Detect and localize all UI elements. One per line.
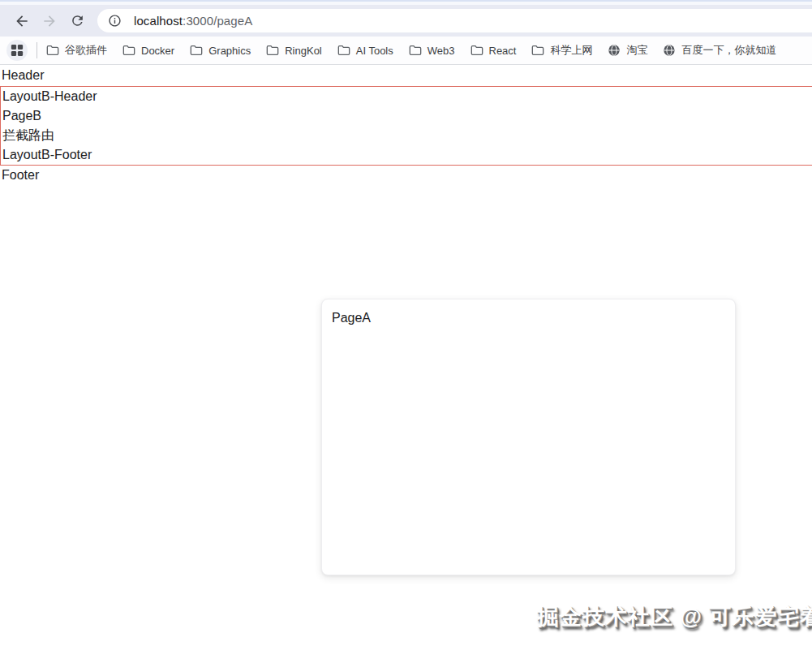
bookmark-label: Web3: [427, 45, 455, 57]
url-host: localhost: [134, 14, 183, 28]
site-info-button[interactable]: [105, 11, 124, 31]
bookmark-folder-guge[interactable]: 谷歌插件: [46, 43, 107, 58]
folder-icon: [190, 45, 203, 56]
watermark-text: 掘金技术社区 @ 可乐爱宅着: [537, 602, 812, 631]
page-a-modal: PageA: [321, 299, 736, 575]
bookmark-folder-kexue[interactable]: 科学上网: [531, 43, 592, 58]
url-path: :3000/pageA: [183, 14, 252, 28]
bookmark-label: 百度一下，你就知道: [681, 43, 776, 58]
bookmark-folder-react[interactable]: React: [470, 45, 517, 57]
globe-icon: [608, 44, 621, 57]
intercept-route-text: 拦截路由: [1, 126, 812, 145]
bookmark-label: 科学上网: [550, 43, 592, 58]
reload-button[interactable]: [63, 7, 91, 35]
browser-chrome: localhost:3000/pageA 谷歌插件 Docker Graphic…: [0, 0, 812, 65]
bookmark-label: RingKol: [285, 45, 322, 57]
folder-icon: [266, 45, 279, 56]
back-button[interactable]: [8, 7, 36, 35]
bookmark-link-baidu[interactable]: 百度一下，你就知道: [663, 43, 776, 58]
bookmark-folder-web3[interactable]: Web3: [409, 45, 455, 57]
folder-icon: [46, 45, 59, 56]
layout-b-container: LayoutB-Header PageB 拦截路由 LayoutB-Footer: [0, 86, 812, 166]
back-arrow-icon: [14, 13, 30, 29]
bookmark-label: React: [489, 45, 517, 57]
app-header-text: Header: [0, 65, 812, 86]
url-text: localhost:3000/pageA: [134, 14, 252, 28]
page-a-title: PageA: [332, 311, 371, 325]
folder-icon: [531, 45, 544, 56]
bookmark-items: 谷歌插件 Docker Graphics RingKol AI Tools We…: [46, 43, 776, 58]
bookmark-folder-aitools[interactable]: AI Tools: [337, 45, 393, 57]
layout-b-footer-text: LayoutB-Footer: [1, 145, 812, 165]
apps-button[interactable]: [6, 40, 28, 61]
bookmark-link-taobao[interactable]: 淘宝: [608, 43, 647, 58]
bookmark-label: AI Tools: [356, 45, 393, 57]
browser-toolbar: localhost:3000/pageA: [0, 5, 812, 37]
bookmark-folder-docker[interactable]: Docker: [122, 45, 174, 57]
globe-icon: [663, 44, 676, 57]
bookmark-label: 淘宝: [626, 43, 647, 58]
info-icon: [108, 14, 122, 28]
bookmark-folder-ringkol[interactable]: RingKol: [266, 45, 322, 57]
page-content: Header LayoutB-Header PageB 拦截路由 LayoutB…: [0, 65, 812, 185]
folder-icon: [409, 45, 422, 56]
folder-icon: [337, 45, 350, 56]
bookmark-folder-graphics[interactable]: Graphics: [190, 45, 251, 57]
forward-button[interactable]: [36, 7, 63, 35]
bookmarks-divider: [37, 42, 37, 58]
address-bar[interactable]: localhost:3000/pageA: [97, 9, 812, 32]
bookmarks-bar: 谷歌插件 Docker Graphics RingKol AI Tools We…: [0, 37, 812, 65]
bookmark-label: Docker: [141, 45, 174, 57]
page-b-text: PageB: [1, 106, 812, 126]
folder-icon: [470, 45, 483, 56]
reload-icon: [70, 13, 85, 28]
forward-arrow-icon: [41, 13, 58, 29]
layout-b-header-text: LayoutB-Header: [1, 87, 812, 106]
bookmark-label: Graphics: [208, 45, 251, 57]
apps-grid-icon: [11, 44, 24, 57]
folder-icon: [122, 45, 135, 56]
app-footer-text: Footer: [0, 166, 812, 185]
bookmark-label: 谷歌插件: [65, 43, 107, 58]
